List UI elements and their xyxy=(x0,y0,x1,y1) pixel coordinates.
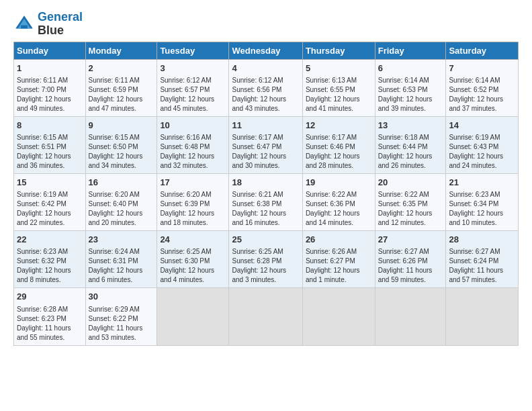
cell-line: and 37 minutes. xyxy=(449,104,515,113)
day-number: 5 xyxy=(306,62,372,75)
cell-line: Sunrise: 6:14 AM xyxy=(449,76,515,85)
cell-line: Sunrise: 6:21 AM xyxy=(232,190,299,199)
cell-line: and 53 minutes. xyxy=(89,333,154,342)
cell-line: Daylight: 12 hours xyxy=(89,152,154,161)
cell-line: Sunset: 6:50 PM xyxy=(89,142,154,152)
calendar-cell xyxy=(302,288,375,345)
day-number: 28 xyxy=(449,234,515,246)
logo-text: General Blue xyxy=(38,11,83,38)
calendar-cell: 23Sunrise: 6:24 AMSunset: 6:31 PMDayligh… xyxy=(85,231,157,288)
cell-line: Sunset: 6:42 PM xyxy=(17,199,83,209)
cell-line: Sunrise: 6:24 AM xyxy=(89,247,154,257)
day-number: 22 xyxy=(17,234,83,246)
cell-line: Daylight: 12 hours xyxy=(232,266,299,275)
cell-line: and 30 minutes. xyxy=(232,161,299,171)
calendar-cell: 22Sunrise: 6:23 AMSunset: 6:32 PMDayligh… xyxy=(14,231,86,288)
day-number: 18 xyxy=(232,177,299,189)
cell-line: and 26 minutes. xyxy=(378,161,443,171)
day-number: 27 xyxy=(378,234,443,246)
cell-line: Sunrise: 6:17 AM xyxy=(232,133,299,142)
day-number: 17 xyxy=(160,177,226,189)
calendar-cell: 10Sunrise: 6:16 AMSunset: 6:48 PMDayligh… xyxy=(157,116,229,173)
cell-line: and 59 minutes. xyxy=(378,275,443,285)
calendar-cell: 18Sunrise: 6:21 AMSunset: 6:38 PMDayligh… xyxy=(229,173,302,230)
cell-line: Daylight: 12 hours xyxy=(89,209,154,218)
cell-line: Sunset: 6:43 PM xyxy=(449,142,515,152)
cell-line: Daylight: 12 hours xyxy=(306,209,372,218)
calendar-cell xyxy=(375,288,446,345)
cell-line: Sunrise: 6:18 AM xyxy=(378,133,443,142)
cell-line: Sunset: 6:30 PM xyxy=(160,257,226,266)
cell-line: Sunrise: 6:25 AM xyxy=(232,247,299,257)
cell-line: Sunrise: 6:29 AM xyxy=(89,305,154,314)
cell-line: Daylight: 12 hours xyxy=(17,95,83,104)
calendar-cell: 30Sunrise: 6:29 AMSunset: 6:22 PMDayligh… xyxy=(85,288,157,345)
day-number: 24 xyxy=(160,234,226,246)
calendar-cell: 25Sunrise: 6:25 AMSunset: 6:28 PMDayligh… xyxy=(229,231,302,288)
cell-line: Daylight: 12 hours xyxy=(17,266,83,275)
cell-line: Sunrise: 6:15 AM xyxy=(17,133,83,142)
cell-line: Sunset: 6:46 PM xyxy=(306,142,372,152)
cell-line: Daylight: 12 hours xyxy=(89,266,154,275)
cell-line: Daylight: 12 hours xyxy=(232,95,299,104)
cell-line: Sunset: 6:23 PM xyxy=(17,314,83,324)
calendar-cell: 2Sunrise: 6:11 AMSunset: 6:59 PMDaylight… xyxy=(85,59,157,116)
cell-line: Daylight: 12 hours xyxy=(449,95,515,104)
day-number: 12 xyxy=(306,120,372,132)
cell-line: Sunset: 6:24 PM xyxy=(449,257,515,266)
calendar-cell xyxy=(229,288,302,345)
day-number: 15 xyxy=(17,177,83,189)
calendar-cell: 11Sunrise: 6:17 AMSunset: 6:47 PMDayligh… xyxy=(229,116,302,173)
calendar-cell: 16Sunrise: 6:20 AMSunset: 6:40 PMDayligh… xyxy=(85,173,157,230)
cell-line: Sunrise: 6:22 AM xyxy=(378,190,443,199)
cell-line: Daylight: 12 hours xyxy=(378,209,443,218)
cell-line: and 57 minutes. xyxy=(449,275,515,285)
cell-line: and 20 minutes. xyxy=(89,218,154,228)
calendar-cell: 27Sunrise: 6:27 AMSunset: 6:26 PMDayligh… xyxy=(375,231,446,288)
cell-line: Sunrise: 6:27 AM xyxy=(378,247,443,257)
day-number: 19 xyxy=(306,177,372,189)
cell-line: and 39 minutes. xyxy=(378,104,443,113)
calendar-cell: 4Sunrise: 6:12 AMSunset: 6:56 PMDaylight… xyxy=(229,59,302,116)
day-number: 16 xyxy=(89,177,154,189)
day-number: 8 xyxy=(17,120,83,132)
cell-line: Daylight: 12 hours xyxy=(160,152,226,161)
calendar-week-3: 15Sunrise: 6:19 AMSunset: 6:42 PMDayligh… xyxy=(14,173,519,230)
cell-line: Sunrise: 6:28 AM xyxy=(17,305,83,314)
day-number: 11 xyxy=(232,120,299,132)
cell-line: Daylight: 12 hours xyxy=(378,152,443,161)
cell-line: Sunset: 6:57 PM xyxy=(160,85,226,95)
calendar-cell: 6Sunrise: 6:14 AMSunset: 6:53 PMDaylight… xyxy=(375,59,446,116)
cell-line: and 36 minutes. xyxy=(17,161,83,171)
svg-rect-2 xyxy=(21,25,28,28)
cell-line: and 10 minutes. xyxy=(449,218,515,228)
cell-line: Daylight: 12 hours xyxy=(160,266,226,275)
cell-line: Daylight: 11 hours xyxy=(449,266,515,275)
cell-line: Sunset: 6:47 PM xyxy=(232,142,299,152)
calendar-cell: 8Sunrise: 6:15 AMSunset: 6:51 PMDaylight… xyxy=(14,116,86,173)
cell-line: and 24 minutes. xyxy=(449,161,515,171)
cell-line: Sunrise: 6:20 AM xyxy=(160,190,226,199)
day-number: 29 xyxy=(17,291,83,303)
day-number: 2 xyxy=(89,62,154,75)
calendar-cell: 20Sunrise: 6:22 AMSunset: 6:35 PMDayligh… xyxy=(375,173,446,230)
cell-line: Sunset: 6:32 PM xyxy=(17,257,83,266)
cell-line: Sunset: 6:56 PM xyxy=(232,85,299,95)
cell-line: and 32 minutes. xyxy=(160,161,226,171)
cell-line: Sunrise: 6:23 AM xyxy=(17,247,83,257)
cell-line: Daylight: 12 hours xyxy=(17,209,83,218)
day-number: 4 xyxy=(232,62,299,75)
cell-line: Sunrise: 6:12 AM xyxy=(232,76,299,85)
cell-line: and 28 minutes. xyxy=(306,161,372,171)
cell-line: and 1 minute. xyxy=(306,275,372,285)
calendar-week-2: 8Sunrise: 6:15 AMSunset: 6:51 PMDaylight… xyxy=(14,116,519,173)
cell-line: Daylight: 12 hours xyxy=(89,95,154,104)
day-number: 21 xyxy=(449,177,515,189)
day-header-saturday: Saturday xyxy=(446,42,519,59)
cell-line: Sunset: 6:53 PM xyxy=(378,85,443,95)
day-header-friday: Friday xyxy=(375,42,446,59)
cell-line: Daylight: 12 hours xyxy=(160,209,226,218)
cell-line: Sunrise: 6:19 AM xyxy=(17,190,83,199)
calendar-cell: 5Sunrise: 6:13 AMSunset: 6:55 PMDaylight… xyxy=(302,59,375,116)
page: General Blue SundayMondayTuesdayWednesda… xyxy=(0,0,532,357)
